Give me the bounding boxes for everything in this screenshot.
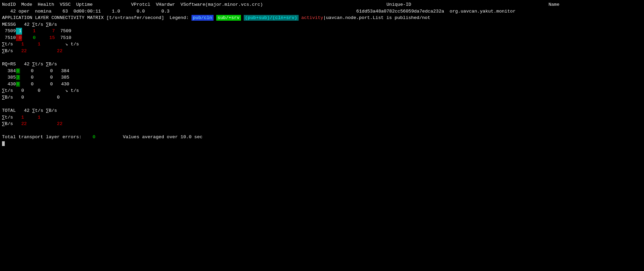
- cursor-row: [2, 141, 642, 147]
- errors-label: Total transport layer errors:: [2, 134, 93, 140]
- badge-7509: 1: [16, 28, 22, 35]
- total-bs-val3: 22: [57, 121, 62, 126]
- terminal-cursor: [2, 141, 5, 146]
- rqrs-bs-val1: 0: [21, 95, 24, 100]
- total-ts-val2: 1: [38, 115, 40, 120]
- blank-3: [2, 127, 642, 134]
- total-ts-val1: 1: [21, 115, 24, 120]
- rqrs-sum-bs-label: ∑B/s: [46, 62, 57, 67]
- node-vsoftware: 0.3: [161, 9, 356, 14]
- total-sum-bs-label: ∑B/s: [46, 108, 57, 113]
- legend-sub-srv: sub/+srv: [216, 15, 241, 21]
- column-headers: NodID Mode Health VSSC Uptime VProtcl VH…: [2, 1, 642, 8]
- col3-385: 0: [50, 75, 53, 80]
- messg-row-7510: 7510 0 0 15 7510: [2, 35, 642, 41]
- col2-7510: 0: [33, 35, 36, 40]
- total-sum-bs-row: ∑B/s 22 22: [2, 121, 642, 127]
- badge-430: 8: [16, 82, 20, 87]
- col3-384: 0: [50, 68, 53, 74]
- rqrs-sum-ts-row: ∑t/s 0 0 ↘ t/s: [2, 87, 642, 94]
- node-name: org.uavcan.yakut.monitor: [450, 9, 516, 14]
- messg-ts-val1: 1: [21, 42, 24, 47]
- node-data-row: 42 oper nomina 63 0d00:00:11 1.0 0.0 0.3…: [2, 8, 642, 15]
- node-mode: oper: [19, 9, 35, 14]
- node-uptime: 0d00:00:11: [74, 9, 112, 14]
- messg-sum-ts-label: ∑t/s: [32, 22, 46, 27]
- rqrs-sum-bs-row: ∑B/s 0 0: [2, 94, 642, 101]
- total-label: TOTAL: [2, 108, 19, 113]
- rqrs-node-id: 42: [19, 62, 33, 67]
- node-health: nomina: [35, 9, 57, 14]
- rqrs-ts-val1: 0: [21, 88, 24, 93]
- badge-384: 0: [16, 68, 20, 74]
- badge-7510: 0: [16, 35, 22, 41]
- blank-1: [2, 55, 642, 61]
- col3-7509: 7: [52, 28, 55, 34]
- node-id: 42: [2, 9, 19, 14]
- legend-pub-cln: pub/cln: [192, 15, 214, 21]
- node-vssc: 63: [57, 9, 74, 14]
- rqrs-bs-val3: 0: [57, 95, 60, 100]
- messg-sum-bs-row: ∑B/s 22 22: [2, 48, 642, 55]
- legend-activity: activity: [301, 15, 323, 21]
- app-layer-title: APPLICATION LAYER CONNECTIVITY MATRIX [t…: [2, 15, 192, 20]
- messg-bs-val3: 22: [57, 48, 62, 54]
- total-sum-ts-row: ∑t/s 1 1: [2, 114, 642, 121]
- col2-385: 0: [31, 75, 34, 80]
- blank-2: [2, 101, 642, 107]
- col2-384: 0: [31, 68, 34, 74]
- messg-sum-bs-label: ∑B/s: [46, 22, 57, 27]
- messg-node-id: 42: [19, 22, 33, 27]
- messg-sum-ts-row: ∑t/s 1 1 ↘ t/s: [2, 41, 642, 48]
- col3-7510: 15: [49, 35, 55, 40]
- rqrs-row-384: 3840 0 0 384: [2, 68, 642, 75]
- rqrs-row-385: 3853 0 0 385: [2, 74, 642, 81]
- messg-bs-val1: 22: [21, 48, 27, 54]
- rqrs-row-430: 4308 0 0 430: [2, 81, 642, 88]
- col2-430: 0: [31, 82, 34, 87]
- footer-errors-row: Total transport layer errors: 0 Values a…: [2, 134, 642, 141]
- rqrs-label: RQ+RS: [2, 62, 19, 67]
- node-vhardwr: 0.0: [137, 9, 161, 14]
- total-bs-val1: 22: [21, 121, 27, 126]
- total-sum-ts-label: ∑t/s: [32, 108, 46, 113]
- badge-385: 3: [16, 75, 20, 80]
- messg-row-7509: 7509 1 1 7 7509: [2, 28, 642, 35]
- legend-pub-sub: (pub+sub)/(cln+srv): [244, 15, 299, 21]
- rqrs-label-row: RQ+RS 42 ∑t/s ∑B/s: [2, 61, 642, 68]
- node-unique-id: 61dd53a48a0782cc56059da7edca232a: [356, 9, 449, 14]
- col3-430: 0: [50, 82, 53, 87]
- messg-label: MESSG: [2, 22, 19, 27]
- node-vprotcl: 1.0: [112, 9, 137, 14]
- app-layer-header: APPLICATION LAYER CONNECTIVITY MATRIX [t…: [2, 15, 642, 21]
- total-label-row: TOTAL 42 ∑t/s ∑B/s: [2, 107, 642, 114]
- col2-7509: 1: [33, 28, 36, 34]
- total-node-id: 42: [19, 108, 33, 113]
- messg-label-row: MESSG 42 ∑t/s ∑B/s: [2, 21, 642, 28]
- rqrs-sum-ts-label: ∑t/s: [32, 62, 46, 67]
